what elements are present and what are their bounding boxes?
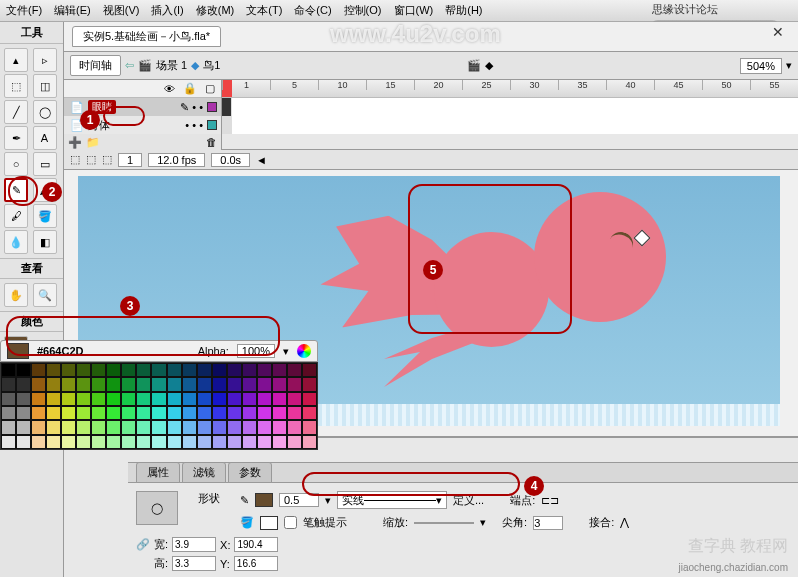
fill-icon: 🪣 [240,516,254,529]
y-label: Y: [220,558,230,570]
delete-layer-icon[interactable]: 🗑 [206,136,217,148]
hinting-checkbox[interactable] [284,516,297,529]
menu-modify[interactable]: 修改(M) [196,3,235,18]
edit-multiple-icon[interactable]: ⬚ [102,153,112,166]
view-section: 查看 [0,258,63,279]
tab-properties[interactable]: 属性 [136,462,180,483]
paint-bucket-tool[interactable]: 🪣 [33,204,57,228]
stroke-color-swatch[interactable] [255,493,273,507]
menu-file[interactable]: 文件(F) [6,3,42,18]
menu-edit[interactable]: 编辑(E) [54,3,91,18]
time-display: 0.0s [211,153,250,167]
cap-select[interactable]: ⊏⊐ [541,494,559,507]
line-tool[interactable]: ╱ [4,100,28,124]
menu-commands[interactable]: 命令(C) [294,3,331,18]
x-label: X: [220,539,230,551]
color-wheel-icon[interactable] [297,344,311,358]
timeline-frames: 1510152025303540455055 [222,80,798,149]
timeline-toggle[interactable]: 时间轴 [70,55,121,76]
properties-panel: 属性 滤镜 参数 ◯ 形状 ✎ 0.5 ▾ 实线▾ 定义... 端点: ⊏⊐ [128,462,798,577]
zoom-level[interactable]: 504% [740,58,782,74]
oval-tool[interactable]: ○ [4,152,28,176]
width-input[interactable] [172,537,216,552]
layers-panel: 👁 🔒 ▢ 📄 眼睛 ✎ • • 📄 身体 • • • ➕ 📁 🗑 [64,80,798,150]
lasso-tool[interactable]: ◯ [33,100,57,124]
bird-drawing [294,192,624,402]
width-label: 宽: [154,537,168,552]
pen-tool[interactable]: ✒ [4,126,28,150]
scene-icon: 🎬 [138,59,152,72]
lock-wh-icon[interactable]: 🔗 [136,538,150,551]
menu-text[interactable]: 文本(T) [246,3,282,18]
color-swatch-grid[interactable] [0,362,318,450]
outline-icon[interactable]: ▢ [205,82,215,95]
subselection-tool[interactable]: ▹ [33,48,57,72]
layer-color-swatch[interactable] [207,102,217,112]
custom-button[interactable]: 定义... [453,493,484,508]
symbol-icon: ◆ [191,59,199,72]
hand-tool[interactable]: ✋ [4,283,28,307]
edit-symbol-icon[interactable]: ◆ [485,59,493,72]
tab-filters[interactable]: 滤镜 [182,462,226,483]
menu-view[interactable]: 视图(V) [103,3,140,18]
shape-label: 形状 [198,491,220,506]
timeline-ruler[interactable]: 1510152025303540455055 [222,80,798,98]
layer-color-swatch[interactable] [207,120,217,130]
new-folder-icon[interactable]: 📁 [86,136,100,149]
callout-5: 5 [423,260,443,280]
x-input[interactable] [234,537,278,552]
edit-scene-icon[interactable]: 🎬 [467,59,481,72]
stroke-style-select[interactable]: 实线▾ [337,491,447,509]
menu-window[interactable]: 窗口(W) [394,3,434,18]
selection-tool[interactable]: ▴ [4,48,28,72]
lock-icon[interactable]: 🔒 [183,82,197,95]
alpha-value[interactable]: 100% [237,344,275,358]
fill-color-swatch[interactable] [260,516,278,530]
height-input[interactable] [172,556,216,571]
document-area: 实例5.基础绘画－小鸟.fla* 时间轴 ⇦ 🎬 场景 1 ◆ 鸟1 🎬 ◆ 5… [64,22,798,577]
callout-4: 4 [524,476,544,496]
menu-help[interactable]: 帮助(H) [445,3,482,18]
y-input[interactable] [234,556,278,571]
close-icon[interactable]: ✕ [772,24,784,40]
visibility-icon[interactable]: 👁 [164,83,175,95]
symbol-label[interactable]: 鸟1 [203,58,220,73]
tab-params[interactable]: 参数 [228,462,272,483]
dropdown-icon[interactable]: ▾ [325,494,331,507]
document-tab[interactable]: 实例5.基础绘画－小鸟.fla* [72,26,221,47]
gradient-transform-tool[interactable]: ◫ [33,74,57,98]
zoom-dropdown-icon[interactable]: ▾ [786,59,792,72]
miter-label: 尖角: [502,515,527,530]
onion-skin-icon[interactable]: ⬚ [70,153,80,166]
scale-label: 缩放: [383,515,408,530]
join-label: 接合: [589,515,614,530]
text-tool[interactable]: A [33,126,57,150]
menu-control[interactable]: 控制(O) [344,3,382,18]
back-icon[interactable]: ⇦ [125,59,134,72]
frame-status-bar: ⬚ ⬚ ⬚ 1 12.0 fps 0.0s ◄ [64,150,798,170]
menu-insert[interactable]: 插入(I) [151,3,183,18]
frame-row[interactable] [222,98,798,116]
bottom-watermark: 查字典 教程网 [688,536,788,557]
bottom-watermark2: jiaocheng.chazidian.com [678,562,788,573]
fps-display: 12.0 fps [148,153,205,167]
dropdown-icon[interactable]: ▾ [283,345,289,358]
miter-input[interactable] [533,516,563,530]
scale-select[interactable] [414,522,474,524]
scrollbar-icon[interactable]: ◄ [256,154,267,166]
onion-skin-outline-icon[interactable]: ⬚ [86,153,96,166]
join-select[interactable]: ⋀ [620,516,629,529]
eyedropper-tool[interactable]: 💧 [4,230,28,254]
stroke-weight-input[interactable]: 0.5 [279,493,319,507]
zoom-tool[interactable]: 🔍 [33,283,57,307]
current-color-swatch[interactable] [7,343,29,359]
color-swatches-panel: #664C2D Alpha: 100% ▾ [0,340,318,450]
ink-bottle-tool[interactable]: 🖋 [4,204,28,228]
eraser-tool[interactable]: ◧ [33,230,57,254]
new-layer-icon[interactable]: ➕ [68,136,82,149]
rectangle-tool[interactable]: ▭ [33,152,57,176]
pencil-tool[interactable]: ✎ [4,178,28,202]
frame-row[interactable] [222,116,798,134]
scene-label[interactable]: 场景 1 [156,58,187,73]
free-transform-tool[interactable]: ⬚ [4,74,28,98]
